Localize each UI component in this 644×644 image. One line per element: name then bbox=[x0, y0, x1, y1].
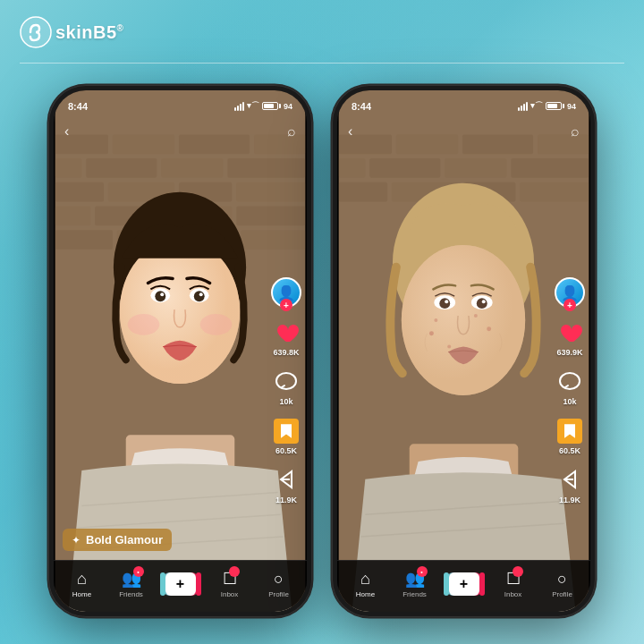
creator-avatar-left[interactable]: 👤 + bbox=[271, 277, 301, 308]
phone-right-shell: 8:44 ▾⌒ bbox=[332, 85, 596, 617]
battery-right bbox=[546, 102, 564, 110]
filter-name-left: Bold Glamour bbox=[86, 533, 163, 547]
action-sidebar-right: 👤 + 639.9K bbox=[555, 277, 585, 504]
signal-left bbox=[234, 102, 244, 111]
nav-inbox-right[interactable]: ☐ Inbox bbox=[488, 569, 538, 598]
svg-rect-17 bbox=[236, 206, 305, 225]
svg-rect-6 bbox=[55, 158, 82, 178]
save-button-left[interactable]: 60.5K bbox=[272, 417, 301, 455]
status-icons-left: ▾⌒ 94 bbox=[234, 100, 292, 112]
wifi-icon-right: ▾⌒ bbox=[530, 100, 543, 112]
nav-friends-left[interactable]: 👥 • Friends bbox=[106, 569, 156, 598]
svg-point-36 bbox=[200, 314, 233, 335]
svg-rect-46 bbox=[511, 158, 589, 178]
status-icons-right: ▾⌒ 94 bbox=[518, 100, 576, 112]
svg-point-34 bbox=[199, 292, 203, 296]
share-count-left: 11.9K bbox=[275, 496, 297, 504]
svg-point-28 bbox=[120, 239, 240, 384]
svg-point-32 bbox=[194, 291, 205, 301]
svg-rect-14 bbox=[55, 206, 91, 225]
svg-point-31 bbox=[155, 291, 165, 301]
tiktok-nav-left[interactable]: ‹ ⌕ bbox=[54, 115, 307, 148]
svg-point-61 bbox=[447, 345, 451, 349]
wifi-icon-left: ▾⌒ bbox=[247, 100, 259, 112]
scene-svg-right bbox=[337, 90, 590, 612]
follow-badge-right[interactable]: + bbox=[564, 299, 576, 311]
svg-rect-21 bbox=[241, 230, 305, 250]
time-right: 8:44 bbox=[352, 101, 371, 112]
phones-container: 8:44 ▾⌒ bbox=[0, 76, 644, 626]
nav-profile-left[interactable]: ○ Profile bbox=[254, 570, 303, 598]
svg-rect-50 bbox=[520, 182, 589, 202]
phone-left: 8:44 ▾⌒ bbox=[48, 85, 312, 617]
search-button-right[interactable]: ⌕ bbox=[571, 123, 580, 140]
creator-avatar-right[interactable]: 👤 + bbox=[555, 277, 585, 308]
svg-rect-18 bbox=[55, 230, 113, 250]
header-divider bbox=[20, 63, 624, 64]
battery-left bbox=[262, 102, 281, 110]
nav-create-right[interactable]: + bbox=[439, 572, 488, 596]
comment-button-right[interactable]: 10k bbox=[555, 368, 584, 406]
nav-profile-right[interactable]: ○ Profile bbox=[538, 570, 587, 598]
svg-rect-43 bbox=[339, 158, 366, 178]
signal-right bbox=[518, 102, 528, 111]
comment-button-left[interactable]: 10k bbox=[272, 368, 301, 406]
svg-point-60 bbox=[474, 314, 478, 318]
svg-point-33 bbox=[160, 292, 164, 296]
follow-badge-left[interactable]: + bbox=[280, 299, 292, 311]
status-bar-right: 8:44 ▾⌒ bbox=[337, 90, 590, 115]
nav-friends-right[interactable]: 👥 • Friends bbox=[390, 569, 439, 598]
like-count-right: 639.9K bbox=[556, 348, 582, 357]
svg-rect-44 bbox=[369, 158, 440, 178]
svg-rect-45 bbox=[445, 158, 506, 178]
bottom-nav-left: ⌂ Home 👥 • Friends + bbox=[54, 560, 307, 612]
logo-icon bbox=[20, 16, 52, 48]
svg-point-67 bbox=[482, 300, 486, 303]
share-button-right[interactable]: 11.9K bbox=[555, 466, 584, 504]
svg-point-37 bbox=[276, 373, 296, 389]
save-count-left: 60.5K bbox=[275, 446, 297, 455]
svg-point-35 bbox=[128, 314, 160, 335]
svg-point-56 bbox=[402, 245, 525, 395]
share-count-right: 11.9K bbox=[559, 496, 580, 504]
save-count-right: 60.5K bbox=[559, 446, 580, 455]
svg-rect-10 bbox=[55, 182, 104, 202]
phone-left-shell: 8:44 ▾⌒ bbox=[48, 85, 312, 617]
svg-point-68 bbox=[560, 373, 580, 389]
nav-home-right[interactable]: ⌂ Home bbox=[341, 570, 390, 598]
tiktok-content-right: 8:44 ▾⌒ bbox=[337, 90, 590, 612]
svg-point-64 bbox=[439, 298, 450, 309]
svg-rect-13 bbox=[236, 182, 305, 202]
svg-point-59 bbox=[487, 326, 491, 331]
back-button-left[interactable]: ‹ bbox=[64, 123, 69, 140]
svg-rect-8 bbox=[161, 158, 223, 178]
nav-home-left[interactable]: ⌂ Home bbox=[57, 570, 106, 598]
svg-rect-9 bbox=[227, 158, 305, 178]
status-bar-left: 8:44 ▾⌒ bbox=[54, 90, 307, 115]
back-button-right[interactable]: ‹ bbox=[348, 123, 352, 140]
brand-logo: skinB5® bbox=[20, 16, 123, 48]
nav-create-left[interactable]: + bbox=[156, 572, 205, 596]
nav-inbox-left[interactable]: ☐ Inbox bbox=[205, 569, 254, 598]
action-sidebar-left: 👤 + 639.8K bbox=[271, 277, 301, 504]
phone-left-screen: 8:44 ▾⌒ bbox=[54, 90, 307, 612]
search-button-left[interactable]: ⌕ bbox=[287, 123, 296, 140]
bottom-nav-right: ⌂ Home 👥 • Friends + bbox=[337, 560, 590, 612]
like-count-left: 639.8K bbox=[273, 348, 299, 357]
tiktok-nav-right[interactable]: ‹ ⌕ bbox=[337, 115, 590, 148]
logo-text: skinB5® bbox=[55, 22, 123, 43]
filter-icon-left: ✦ bbox=[72, 534, 80, 547]
like-button-left[interactable]: 639.8K bbox=[272, 318, 301, 357]
tiktok-content-left: 8:44 ▾⌒ bbox=[54, 90, 307, 612]
phone-right: 8:44 ▾⌒ bbox=[332, 85, 596, 617]
phone-right-screen: 8:44 ▾⌒ bbox=[337, 90, 590, 612]
svg-point-58 bbox=[434, 318, 437, 322]
filter-badge-left: ✦ Bold Glamour bbox=[63, 529, 172, 551]
share-button-left[interactable]: 11.9K bbox=[272, 466, 301, 504]
comment-count-left: 10k bbox=[279, 397, 292, 406]
save-button-right[interactable]: 60.5K bbox=[555, 417, 584, 455]
svg-point-65 bbox=[477, 298, 487, 309]
time-left: 8:44 bbox=[68, 101, 88, 112]
like-button-right[interactable]: 639.9K bbox=[555, 318, 584, 357]
comment-count-right: 10k bbox=[563, 397, 576, 406]
